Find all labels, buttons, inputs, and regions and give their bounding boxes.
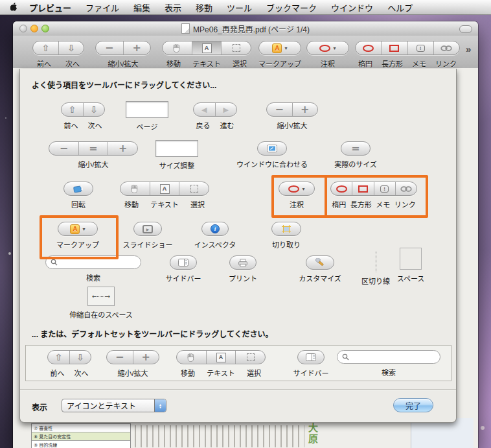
menu-item-preview[interactable]: プレビュー [22, 1, 78, 14]
text-tool-button[interactable]: A [206, 351, 236, 364]
mode-control[interactable]: A [176, 350, 266, 364]
next-button[interactable]: ⇩ [69, 351, 91, 364]
select-tool-button[interactable] [221, 41, 251, 54]
markup-segment[interactable]: A▾ [58, 222, 97, 235]
crop-button[interactable] [271, 222, 301, 236]
sidebar-segment[interactable] [298, 351, 324, 364]
default-item-mode[interactable]: A 移動テキスト選択 [175, 350, 267, 378]
move-tool-button[interactable] [177, 351, 206, 364]
menu-item-help[interactable]: ヘルプ [380, 1, 420, 14]
default-item-zoom[interactable]: − + 縮小/拡大 [105, 350, 161, 378]
sheet-item-mode[interactable]: A 移動テキスト選択 [119, 182, 211, 209]
slideshow-button[interactable]: ▶ [133, 222, 162, 236]
next-button[interactable]: ⇩ [58, 41, 84, 54]
select-tool-button[interactable] [235, 351, 265, 364]
zoom-in-button[interactable]: + [133, 351, 159, 364]
markup-button[interactable]: A▾ [58, 222, 98, 236]
sheet-item-shapes[interactable]: ! 楕円長方形メモリンク [330, 182, 418, 209]
zoom-out-button[interactable]: − [107, 351, 133, 364]
move-tool-button[interactable] [163, 41, 192, 54]
sheet-item-separator[interactable]: 区切り線 [362, 252, 389, 286]
annotate-segment[interactable]: ▾ [307, 41, 348, 54]
forward-button[interactable]: ▶ [215, 103, 237, 116]
page-field[interactable] [126, 101, 168, 118]
default-item-prev-next[interactable]: ⇧ ⇩ 前へ次へ [45, 350, 93, 378]
sheet-item-slideshow[interactable]: ▶ スライドショー [122, 222, 173, 250]
memo-button[interactable]: ! [374, 182, 395, 195]
inspector-button[interactable]: i [201, 222, 229, 236]
text-tool-button[interactable]: A [192, 41, 222, 54]
separator-icon[interactable] [376, 252, 376, 272]
zoom-actual-button[interactable]: = [78, 142, 108, 155]
zoom-three-control[interactable]: − = + [49, 141, 138, 156]
shapes-control[interactable]: ! [330, 182, 417, 196]
menu-item-file[interactable]: ファイル [78, 1, 126, 14]
sheet-item-rotate[interactable]: 回転 [60, 182, 97, 209]
prev-next-control[interactable]: ⇧ ⇩ [47, 350, 91, 364]
default-item-sidebar[interactable]: サイドバー [290, 350, 332, 378]
display-mode-popup[interactable]: アイコンとテキスト ▲▼ [62, 399, 166, 412]
sheet-item-space[interactable]: スペース [391, 248, 431, 283]
annotate-button[interactable]: ▾ [279, 182, 315, 196]
zoom-out-button[interactable]: − [49, 142, 78, 155]
sheet-item-zoom[interactable]: − + 縮小/拡大 [265, 102, 319, 130]
select-tool-button[interactable] [179, 182, 209, 195]
prev-button[interactable]: ⇧ [48, 351, 69, 364]
toolbar-overflow-chevron[interactable]: » [466, 43, 471, 54]
sheet-item-inspector[interactable]: i インスペクタ [192, 222, 238, 250]
sidebar-segment[interactable] [170, 256, 196, 269]
sheet-item-fit-window[interactable]: ウインドウに合わせる [231, 141, 313, 169]
menu-item-bookmarks[interactable]: ブックマーク [259, 1, 324, 14]
zoom-control[interactable]: − + [95, 41, 151, 55]
slideshow-segment[interactable]: ▶ [134, 222, 161, 235]
link-button[interactable] [433, 41, 459, 54]
sheet-item-back-forward[interactable]: ◀ ▶ 戻る進む [191, 102, 239, 130]
move-tool-button[interactable] [120, 182, 150, 195]
done-button[interactable]: 完了 [393, 398, 433, 412]
sheet-item-size-adjust[interactable]: サイズ調整 [152, 140, 201, 171]
zoom-control[interactable]: − + [106, 350, 159, 364]
fit-window-button[interactable] [257, 141, 287, 156]
print-segment[interactable] [230, 256, 256, 269]
oval-button[interactable] [356, 41, 381, 54]
zoom-in-button[interactable]: + [123, 41, 151, 54]
sheet-item-sidebar[interactable]: サイドバー [163, 255, 204, 283]
apple-menu-icon[interactable] [10, 3, 18, 12]
mode-control[interactable]: A [162, 41, 251, 55]
size-adjust-field[interactable] [155, 140, 198, 157]
flexible-space-icon[interactable]: ←→ [87, 287, 115, 306]
sidebar-button[interactable] [170, 255, 197, 270]
customize-button[interactable] [306, 255, 334, 270]
inspector-segment[interactable]: i [202, 222, 228, 235]
markup-button[interactable]: A▾ [258, 41, 301, 55]
memo-button[interactable]: ! [407, 41, 433, 54]
text-tool-button[interactable]: A [150, 182, 179, 195]
search-input[interactable] [45, 255, 141, 269]
back-button[interactable]: ◀ [194, 103, 215, 116]
window-titlebar[interactable]: MPe06_再発見再.pdf (ページ 1/4) [13, 21, 478, 36]
sheet-item-markup[interactable]: A▾ マークアップ [56, 222, 99, 250]
sheet-item-zoom-three[interactable]: − = + 縮小/拡大 [47, 141, 139, 169]
toolbar-toggle-button[interactable] [459, 25, 472, 33]
sheet-item-flexible-space[interactable]: ←→ 伸縮自在のスペース [67, 287, 135, 320]
mode-control[interactable]: A [120, 182, 209, 196]
back-forward-control[interactable]: ◀ ▶ [193, 102, 237, 117]
sheet-item-prev-next[interactable]: ⇧ ⇩ 前へ次へ [59, 102, 107, 130]
prev-next-control[interactable]: ⇧ ⇩ [61, 102, 105, 117]
menu-item-go[interactable]: 移動 [188, 1, 220, 14]
annotate-segment[interactable]: ▾ [279, 182, 314, 195]
shapes-control[interactable]: ! [355, 41, 460, 55]
sheet-item-page[interactable]: ページ [122, 101, 172, 132]
zoom-in-button[interactable]: + [292, 103, 318, 116]
sheet-item-actual-size[interactable]: = 実際のサイズ [322, 141, 389, 169]
print-button[interactable] [229, 255, 257, 270]
menu-item-view[interactable]: 表示 [157, 1, 188, 14]
prev-button[interactable]: ⇧ [62, 103, 83, 116]
default-item-search[interactable]: 検索 [336, 350, 442, 377]
oval-button[interactable] [331, 182, 352, 195]
sidebar-button[interactable] [297, 350, 325, 364]
prev-button[interactable]: ⇧ [33, 41, 58, 54]
customize-segment[interactable] [306, 256, 334, 269]
zoom-out-button[interactable]: − [96, 41, 123, 54]
zoom-out-button[interactable]: − [267, 103, 292, 116]
